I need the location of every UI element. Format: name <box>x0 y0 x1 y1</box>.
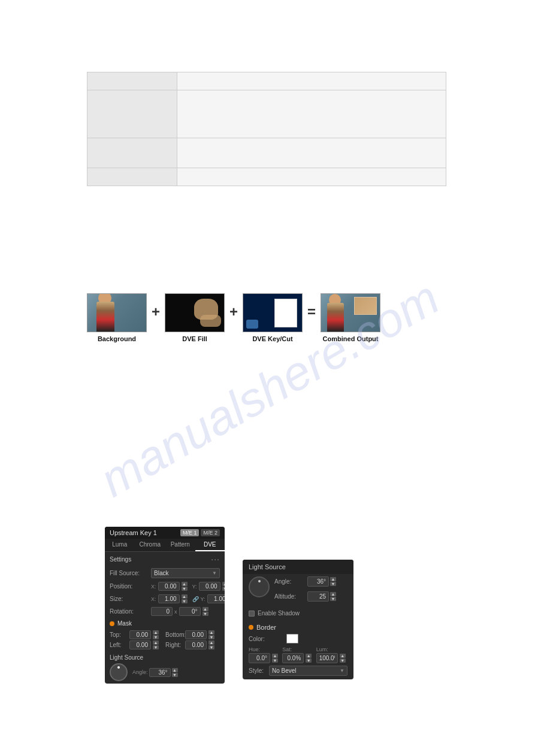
right-light-dial[interactable] <box>249 576 270 597</box>
combined-label: Combined Output <box>323 335 379 342</box>
angle-down[interactable]: ▼ <box>172 673 178 677</box>
angle-right-up[interactable]: ▲ <box>330 577 336 581</box>
sat-input[interactable] <box>282 653 304 663</box>
hue-stepper[interactable]: ▲ ▼ <box>272 654 278 663</box>
enable-shadow-row[interactable]: Enable Shadow <box>249 608 347 619</box>
mask-bottom-up[interactable]: ▲ <box>208 630 214 634</box>
rotation-stepper[interactable]: ▲ ▼ <box>202 607 208 616</box>
fill-source-select[interactable]: Black ▼ <box>151 568 220 578</box>
hue-up[interactable]: ▲ <box>272 654 278 658</box>
position-x-up[interactable]: ▲ <box>182 582 188 586</box>
mask-left-down[interactable]: ▼ <box>153 645 159 649</box>
mask-top-up[interactable]: ▲ <box>153 630 159 634</box>
mask-indicator-icon <box>110 621 114 626</box>
hue-input[interactable] <box>249 653 270 663</box>
angle-row: Angle: ▲ ▼ <box>274 576 336 587</box>
style-select[interactable]: No Bevel ▼ <box>269 666 347 676</box>
mask-toggle[interactable]: Mask <box>105 618 225 629</box>
light-dial-row: Angle: ▲ ▼ Altitude: ▲ ▼ <box>249 576 347 604</box>
angle-altitude-fields: Angle: ▲ ▼ Altitude: ▲ ▼ <box>274 576 336 604</box>
position-x-input[interactable] <box>158 582 180 591</box>
rotation-down[interactable]: ▼ <box>202 612 208 616</box>
hue-down[interactable]: ▼ <box>272 658 278 663</box>
tab-pattern[interactable]: Pattern <box>165 539 195 551</box>
size-y-input[interactable] <box>207 594 225 603</box>
angle-input[interactable] <box>149 668 171 677</box>
lum-label: Lum: <box>316 646 347 652</box>
background-label: Background <box>98 335 136 342</box>
rotation-deg-input[interactable] <box>179 607 201 616</box>
badge-me2[interactable]: M/E 2 <box>201 529 220 536</box>
dve-fill-image <box>165 294 224 332</box>
badge-me1[interactable]: M/E 1 <box>180 529 200 536</box>
settings-menu-icon[interactable]: ··· <box>211 554 220 564</box>
mask-bottom-stepper[interactable]: ▲ ▼ <box>208 630 214 639</box>
dve-item-background: Background <box>87 293 147 342</box>
sat-up[interactable]: ▲ <box>306 654 312 658</box>
angle-right-stepper[interactable]: ▲ ▼ <box>330 577 336 586</box>
position-y-input[interactable] <box>199 582 220 591</box>
enable-shadow-checkbox[interactable] <box>249 611 255 617</box>
altitude-stepper[interactable]: ▲ ▼ <box>330 592 336 601</box>
mask-right-down[interactable]: ▼ <box>208 645 214 649</box>
tab-dve[interactable]: DVE <box>195 539 225 551</box>
position-row: Position: X: ▲ ▼ Y: ▲ ▼ <box>105 580 225 593</box>
mask-left-input[interactable] <box>129 640 151 649</box>
mask-top-stepper[interactable]: ▲ ▼ <box>153 630 159 639</box>
mask-top-field: Top: ▲ ▼ <box>110 630 164 639</box>
altitude-input[interactable] <box>307 591 329 602</box>
light-dial[interactable] <box>110 663 128 681</box>
size-x-input[interactable] <box>158 594 180 603</box>
table-cell-left <box>87 138 177 168</box>
equals-operator: = <box>307 303 316 320</box>
altitude-label: Altitude: <box>274 593 307 600</box>
lum-stepper[interactable]: ▲ ▼ <box>340 654 346 663</box>
mask-bottom-down[interactable]: ▼ <box>208 635 214 639</box>
mask-right-input[interactable] <box>185 640 207 649</box>
rotation-row: Rotation: x ▲ ▼ <box>105 605 225 618</box>
border-label: Border <box>256 624 276 631</box>
tab-chroma[interactable]: Chroma <box>134 539 165 551</box>
position-y-down[interactable]: ▼ <box>222 587 225 591</box>
size-x-stepper[interactable]: ▲ ▼ <box>182 594 188 603</box>
position-x-stepper[interactable]: ▲ ▼ <box>182 582 188 591</box>
mask-label: Mask <box>117 620 132 627</box>
rotation-label: Rotation: <box>110 608 149 615</box>
lum-up[interactable]: ▲ <box>340 654 346 658</box>
border-section: Border Color: Hue: ▲ ▼ Sat: <box>243 621 353 679</box>
altitude-up[interactable]: ▲ <box>330 592 336 596</box>
lum-down[interactable]: ▼ <box>340 658 346 663</box>
mask-right-up[interactable]: ▲ <box>208 640 214 645</box>
mask-top-down[interactable]: ▼ <box>153 635 159 639</box>
sat-down[interactable]: ▼ <box>306 658 312 663</box>
dve-key-image <box>243 294 302 332</box>
mask-right-stepper[interactable]: ▲ ▼ <box>208 640 214 649</box>
size-x-up[interactable]: ▲ <box>182 594 188 599</box>
mask-left-stepper[interactable]: ▲ ▼ <box>153 640 159 649</box>
mask-bottom-input[interactable] <box>185 630 207 639</box>
angle-right-input[interactable] <box>307 576 329 587</box>
tab-luma[interactable]: Luma <box>105 539 134 551</box>
sat-stepper[interactable]: ▲ ▼ <box>306 654 312 663</box>
style-row: Style: No Bevel ▼ <box>249 666 347 676</box>
mask-top-input[interactable] <box>129 630 151 639</box>
rotation-value-input[interactable] <box>151 607 173 616</box>
size-x-down[interactable]: ▼ <box>182 599 188 603</box>
mask-left-up[interactable]: ▲ <box>153 640 159 645</box>
color-swatch[interactable] <box>286 634 298 643</box>
style-value: No Bevel <box>272 667 297 674</box>
position-y-up[interactable]: ▲ <box>222 582 225 586</box>
angle-stepper[interactable]: ▲ ▼ <box>172 668 178 677</box>
altitude-down[interactable]: ▼ <box>330 597 336 601</box>
rotation-group: x ▲ ▼ <box>151 607 208 616</box>
position-x-down[interactable]: ▼ <box>182 587 188 591</box>
light-angle-field: Angle: ▲ ▼ <box>132 668 178 677</box>
angle-up[interactable]: ▲ <box>172 668 178 672</box>
sat-value-row: ▲ ▼ <box>282 653 313 663</box>
lum-field: Lum: ▲ ▼ <box>316 646 347 663</box>
lum-input[interactable] <box>316 653 338 663</box>
mask-right-field: Right: ▲ ▼ <box>165 640 220 649</box>
angle-right-down[interactable]: ▼ <box>330 582 336 586</box>
rotation-up[interactable]: ▲ <box>202 607 208 611</box>
position-y-stepper[interactable]: ▲ ▼ <box>222 582 225 591</box>
